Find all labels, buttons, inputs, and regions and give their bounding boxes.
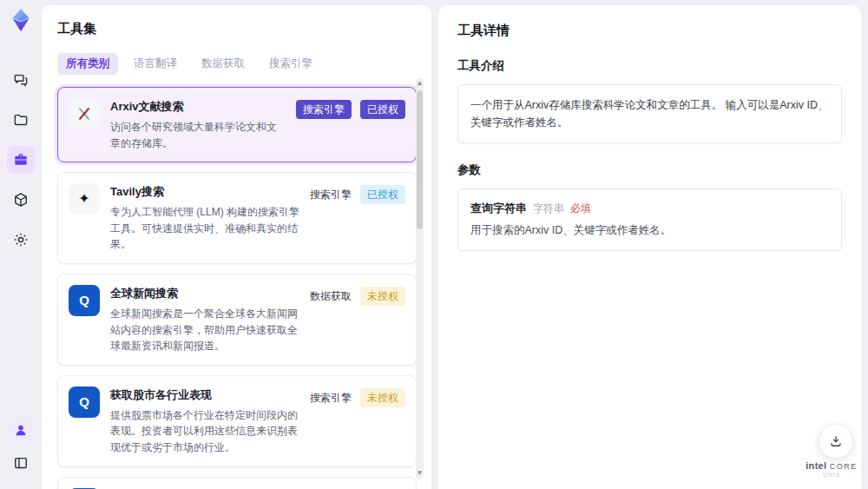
params-heading: 参数 xyxy=(457,162,842,178)
intro-box: 一个用于从Arxiv存储库搜索科学论文和文章的工具。 输入可以是Arxiv ID… xyxy=(457,84,842,143)
tool-description: 访问各个研究领域大量科学论文和文章的存储库。 xyxy=(110,119,286,151)
tool-title: 全球新闻搜索 xyxy=(110,286,299,301)
param-description: 用于搜索的Arxiv ID、关键字或作者姓名。 xyxy=(470,222,829,239)
app-logo-icon[interactable] xyxy=(8,7,34,33)
user-icon xyxy=(12,421,30,439)
sidebar-item-panel-toggle[interactable] xyxy=(7,449,35,477)
tool-title: 获取股市各行业表现 xyxy=(110,387,299,403)
auth-status-badge: 已授权 xyxy=(360,185,405,204)
tool-list-panel: 工具集 所有类别 语言翻译 数据获取 搜索引擎 Arxiv文献搜索 访问各个研究… xyxy=(42,5,431,489)
brand-core-text: CORE xyxy=(830,462,858,471)
download-button[interactable] xyxy=(819,424,853,459)
tab-search-engine[interactable]: 搜索引擎 xyxy=(260,53,321,75)
sidebar-item-chat[interactable] xyxy=(7,66,35,94)
intro-text: 一个用于从Arxiv存储库搜索科学论文和文章的工具。 输入可以是Arxiv ID… xyxy=(470,96,829,131)
briefcase-icon xyxy=(12,151,30,169)
sidebar-item-settings[interactable] xyxy=(7,226,35,254)
details-title: 工具详情 xyxy=(457,23,842,39)
tab-data-fetching[interactable]: 数据获取 xyxy=(193,53,253,75)
tool-title: Arxiv文献搜索 xyxy=(110,99,286,115)
tool-card-global-news[interactable]: Q 全球新闻搜索 全球新闻搜索是一个聚合全球各大新闻网站内容的搜索引擎，帮助用户… xyxy=(57,274,417,366)
category-label: 数据获取 xyxy=(310,287,352,306)
auth-status-badge: 未授权 xyxy=(360,287,405,306)
param-type: 字符串 xyxy=(533,202,564,216)
scroll-up-arrow-icon[interactable]: ▲ xyxy=(416,80,424,87)
intro-heading: 工具介绍 xyxy=(457,58,842,74)
list-scrollbar[interactable]: ▲ ▼ xyxy=(416,78,424,479)
panel-layout-icon xyxy=(12,454,30,472)
sidebar-item-tools[interactable] xyxy=(7,146,35,174)
cube-icon xyxy=(12,191,30,208)
brand-intel-text: intel xyxy=(806,460,826,471)
category-tabs: 所有类别 语言翻译 数据获取 搜索引擎 xyxy=(57,53,416,75)
sidebar-item-files[interactable] xyxy=(7,106,35,134)
page-title: 工具集 xyxy=(57,21,416,37)
download-icon xyxy=(828,433,844,449)
folder-icon xyxy=(12,111,30,129)
intel-core-logo: intel CORE Ultra xyxy=(797,460,866,478)
sidebar-item-packages[interactable] xyxy=(7,186,35,214)
tool-card-tavily[interactable]: ✦ Tavily搜索 专为人工智能代理 (LLM) 构建的搜索引擎工具。可快速提… xyxy=(57,172,417,264)
tool-description: 全球新闻搜索是一个聚合全球各大新闻网站内容的搜索引擎，帮助用户快速获取全球最新资… xyxy=(110,306,299,354)
tool-list: Arxiv文献搜索 访问各个研究领域大量科学论文和文章的存储库。 搜索引擎 已授… xyxy=(57,87,417,489)
tool-description: 提供股票市场各个行业在特定时间段内的表现。投资者可以利用这些信息来识别表现优于或… xyxy=(110,407,299,456)
auth-status-badge: 已授权 xyxy=(360,100,405,119)
app-window: 工具集 所有类别 语言翻译 数据获取 搜索引擎 Arxiv文献搜索 访问各个研究… xyxy=(0,0,868,489)
tool-description: 专为人工智能代理 (LLM) 构建的搜索引擎工具。可快速提供实时、准确和真实的结… xyxy=(110,204,299,253)
tool-card-sector-performance[interactable]: Q 获取股市各行业表现 提供股票市场各个行业在特定时间段内的表现。投资者可以利用… xyxy=(57,375,417,467)
chat-icon xyxy=(12,71,30,89)
category-label: 搜索引擎 xyxy=(310,388,352,407)
tool-card-most-active-stocks[interactable]: Q 获取市场最活跃股票信息 提供当天交易量最高的股票列表。投资者可以利用这些信息… xyxy=(57,477,417,489)
category-badge: 搜索引擎 xyxy=(296,100,352,119)
tab-language-translation[interactable]: 语言翻译 xyxy=(125,53,186,75)
arxiv-logo-icon xyxy=(69,98,100,129)
param-required-flag: 必填 xyxy=(570,202,591,216)
param-box: 查询字符串 字符串 必填 用于搜索的Arxiv ID、关键字或作者姓名。 xyxy=(457,188,842,251)
tab-all-categories[interactable]: 所有类别 xyxy=(57,53,118,75)
scrollbar-thumb[interactable] xyxy=(417,90,423,229)
gear-icon xyxy=(12,231,30,248)
brand-sub-text: Ultra xyxy=(797,472,866,478)
tool-card-arxiv[interactable]: Arxiv文献搜索 访问各个研究领域大量科学论文和文章的存储库。 搜索引擎 已授… xyxy=(57,87,417,162)
sidebar xyxy=(0,0,42,489)
tavily-logo-icon: ✦ xyxy=(69,183,100,215)
tool-details-panel: 工具详情 工具介绍 一个用于从Arxiv存储库搜索科学论文和文章的工具。 输入可… xyxy=(438,5,861,489)
auth-status-badge: 未授权 xyxy=(360,388,405,407)
news-search-logo-icon: Q xyxy=(69,285,100,316)
stock-logo-icon: Q xyxy=(69,387,100,418)
page-background-edge xyxy=(861,0,868,489)
scroll-down-arrow-icon[interactable]: ▼ xyxy=(416,470,424,477)
tool-title: Tavily搜索 xyxy=(110,184,299,200)
param-name: 查询字符串 xyxy=(470,201,527,216)
category-label: 搜索引擎 xyxy=(310,185,352,204)
sidebar-item-profile[interactable] xyxy=(7,416,35,444)
